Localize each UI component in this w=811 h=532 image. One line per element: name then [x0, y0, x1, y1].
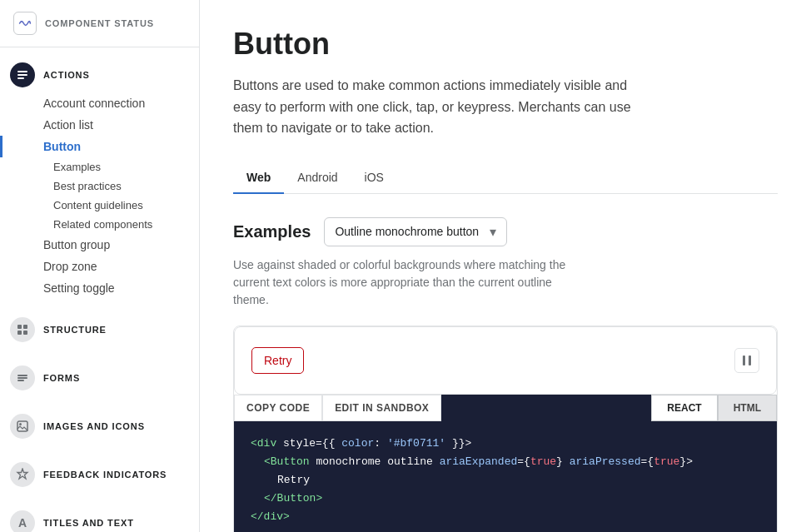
chevron-down-icon: ▾ — [490, 224, 496, 240]
tab-ios[interactable]: iOS — [351, 162, 397, 194]
sidebar-section-feedback: FEEDBACK INDICATORS — [0, 447, 199, 495]
page-description: Buttons are used to make common actions … — [233, 75, 633, 139]
sidebar-header: COMPONENT STATUS — [0, 0, 199, 47]
images-icon — [10, 414, 35, 439]
code-toolbar-right: REACT HTML — [651, 395, 777, 421]
page-title: Button — [233, 27, 778, 62]
examples-dropdown[interactable]: Outline monochrome button ▾ — [324, 217, 507, 246]
edit-sandbox-button[interactable]: EDIT IN SANDBOX — [322, 395, 441, 421]
html-tab[interactable]: HTML — [718, 395, 777, 421]
code-line-5: </div> — [251, 508, 760, 526]
react-tab[interactable]: REACT — [651, 395, 717, 421]
copy-code-button[interactable]: COPY CODE — [234, 395, 322, 421]
platform-tabs: Web Android iOS — [233, 162, 778, 194]
titles-icon: A — [10, 510, 35, 532]
forms-label: FORMS — [43, 373, 80, 383]
sidebar-section-actions: ACTIONS Account connection Action list B… — [0, 47, 199, 302]
svg-rect-5 — [17, 331, 22, 335]
sidebar-item-button[interactable]: Button — [0, 136, 199, 157]
sidebar-item-setting-toggle[interactable]: Setting toggle — [0, 277, 199, 299]
svg-rect-0 — [17, 71, 27, 72]
svg-rect-8 — [17, 377, 27, 379]
sidebar-item-content-guidelines[interactable]: Content guidelines — [0, 196, 199, 215]
sidebar-section-forms-header[interactable]: FORMS — [0, 360, 199, 395]
code-content: <div style={{ color: '#bf0711' }}> <Butt… — [234, 421, 777, 532]
examples-title: Examples — [233, 222, 311, 241]
code-toolbar-left: COPY CODE EDIT IN SANDBOX — [234, 395, 441, 421]
tab-android[interactable]: Android — [284, 162, 351, 194]
sidebar-item-button-group[interactable]: Button group — [0, 234, 199, 256]
svg-rect-7 — [17, 375, 27, 376]
svg-rect-1 — [17, 74, 27, 76]
structure-icon — [10, 317, 35, 342]
code-line-2: <Button monochrome outline ariaExpanded=… — [251, 453, 760, 471]
sidebar-item-action-list[interactable]: Action list — [0, 114, 199, 136]
logo-icon — [13, 12, 37, 35]
preview-box: Retry — [234, 326, 777, 395]
code-block: COPY CODE EDIT IN SANDBOX REACT HTML <di… — [234, 395, 777, 532]
titles-label: TITLES AND TEXT — [43, 518, 134, 528]
svg-rect-6 — [23, 331, 27, 335]
forms-icon — [10, 365, 35, 390]
sidebar-section-structure-header[interactable]: STRUCTURE — [0, 312, 199, 347]
sidebar-section-titles-header[interactable]: A TITLES AND TEXT — [0, 505, 199, 532]
sidebar-section-images: IMAGES AND ICONS — [0, 399, 199, 447]
svg-rect-4 — [23, 325, 27, 329]
tab-web[interactable]: Web — [233, 162, 284, 194]
examples-dropdown-value: Outline monochrome button — [335, 225, 479, 238]
sidebar-section-actions-header[interactable]: ACTIONS — [0, 57, 199, 92]
preview-container: Retry COPY CODE EDIT IN SANDBOX REACT HT… — [233, 326, 778, 532]
actions-label: ACTIONS — [43, 70, 90, 80]
code-line-4: </Button> — [251, 490, 760, 508]
svg-rect-12 — [743, 355, 745, 365]
sidebar-section-images-header[interactable]: IMAGES AND ICONS — [0, 409, 199, 444]
retry-button[interactable]: Retry — [251, 347, 304, 374]
code-line-1: <div style={{ color: '#bf0711' }}> — [251, 435, 760, 453]
sidebar-section-feedback-header[interactable]: FEEDBACK INDICATORS — [0, 457, 199, 492]
sidebar-section-forms: FORMS — [0, 351, 199, 399]
svg-rect-10 — [17, 421, 27, 431]
feedback-label: FEEDBACK INDICATORS — [43, 470, 167, 480]
code-toolbar: COPY CODE EDIT IN SANDBOX REACT HTML — [234, 395, 777, 421]
actions-icon — [10, 62, 35, 87]
svg-rect-3 — [17, 325, 22, 329]
sidebar-item-best-practices[interactable]: Best practices — [0, 177, 199, 196]
examples-description: Use against shaded or colorful backgroun… — [233, 256, 566, 309]
code-line-3: Retry — [251, 471, 760, 490]
pause-icon[interactable] — [734, 348, 759, 373]
sidebar-section-titles: A TITLES AND TEXT — [0, 495, 199, 532]
feedback-icon — [10, 462, 35, 487]
sidebar-item-examples[interactable]: Examples — [0, 157, 199, 177]
sidebar-item-account-connection[interactable]: Account connection — [0, 92, 199, 114]
svg-rect-9 — [17, 380, 24, 381]
svg-rect-13 — [749, 355, 751, 365]
svg-point-11 — [19, 423, 22, 425]
svg-rect-2 — [17, 77, 24, 79]
images-label: IMAGES AND ICONS — [43, 421, 145, 431]
sidebar-section-structure: STRUCTURE — [0, 302, 199, 351]
structure-label: STRUCTURE — [43, 325, 107, 335]
sidebar-item-related-components[interactable]: Related components — [0, 215, 199, 234]
sidebar: COMPONENT STATUS ACTIONS Account connect… — [0, 0, 200, 532]
main-content: Button Buttons are used to make common a… — [200, 0, 811, 532]
sidebar-title: COMPONENT STATUS — [45, 18, 154, 28]
examples-header: Examples Outline monochrome button ▾ — [233, 217, 778, 246]
sidebar-item-drop-zone[interactable]: Drop zone — [0, 256, 199, 277]
